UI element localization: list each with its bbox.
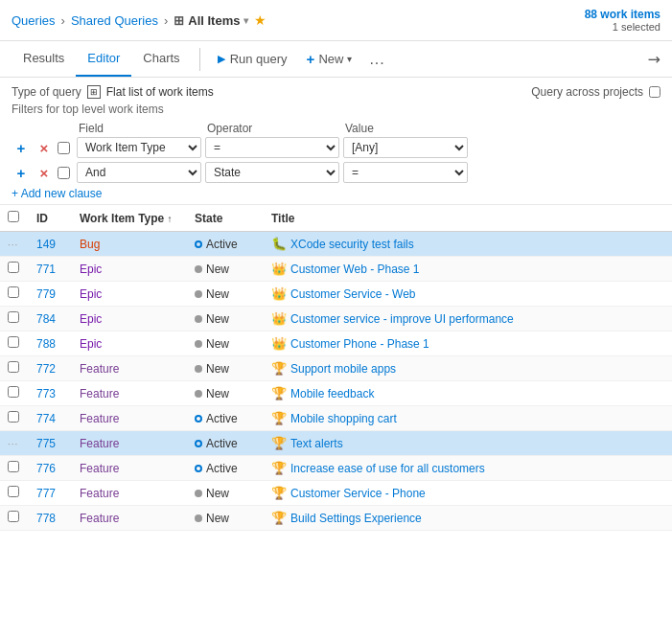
add-clause[interactable]: + Add new clause [12, 187, 660, 200]
state-dot [195, 465, 202, 472]
row-title[interactable]: 🐛XCode security test fails [264, 232, 672, 257]
row-title[interactable]: 🏆Mobile shopping cart [264, 406, 672, 431]
row-ellipsis[interactable]: ··· [8, 240, 18, 250]
row-ellipsis[interactable]: ··· [8, 439, 18, 449]
state-dot [195, 490, 202, 497]
state-dot [195, 265, 202, 273]
query-type-value[interactable]: Flat list of work items [106, 85, 214, 99]
state-dot [195, 390, 202, 398]
row-id[interactable]: 776 [29, 456, 72, 481]
breadcrumb-current-label[interactable]: All Items [188, 13, 240, 28]
filter-value-1[interactable]: [Any] [343, 137, 468, 158]
new-dropdown-icon: ▾ [347, 54, 352, 64]
row-checkbox[interactable] [8, 286, 19, 298]
tab-results[interactable]: Results [12, 41, 76, 77]
row-checkbox[interactable] [8, 486, 19, 497]
query-type-grid-icon: ⊞ [87, 85, 101, 99]
select-all-checkbox[interactable] [8, 211, 19, 222]
breadcrumb: Queries › Shared Queries › ⊞ All Items ▾… [0, 0, 672, 41]
filter-field-1[interactable]: Work Item Type [77, 137, 201, 158]
breadcrumb-dropdown-icon[interactable]: ▾ [243, 15, 248, 26]
row-checkbox[interactable] [8, 336, 19, 348]
row-checkbox-cell [0, 257, 29, 282]
filter-checkbox-1[interactable] [58, 142, 70, 154]
row-id[interactable]: 772 [29, 356, 72, 381]
row-type: Epic [72, 307, 187, 331]
row-id[interactable]: 774 [29, 406, 72, 431]
col-header-id[interactable]: ID [29, 205, 72, 232]
row-checkbox[interactable] [8, 511, 19, 522]
filter-remove-btn-1[interactable]: × [35, 140, 54, 156]
title-icon: 🐛 [271, 237, 287, 251]
table-row: 778FeatureNew🏆Build Settings Experience [0, 506, 672, 531]
row-checkbox[interactable] [8, 461, 19, 472]
row-title[interactable]: 🏆Build Settings Experience [264, 506, 672, 531]
state-text: New [206, 312, 229, 326]
run-query-play-icon: ▶ [218, 53, 225, 65]
state-text: New [206, 263, 229, 276]
breadcrumb-current: ⊞ All Items ▾ [174, 13, 248, 28]
title-text: Customer Service - Phone [290, 487, 426, 500]
filter-add-btn-2[interactable]: + [12, 165, 31, 181]
filter-operator-2[interactable]: = [343, 162, 468, 183]
row-checkbox[interactable] [8, 311, 19, 323]
row-title[interactable]: 👑Customer service - improve UI performan… [264, 307, 672, 331]
tab-charts[interactable]: Charts [131, 41, 191, 77]
table-row: 788EpicNew👑Customer Phone - Phase 1 [0, 331, 672, 356]
row-id[interactable]: 777 [29, 481, 72, 506]
tab-editor[interactable]: Editor [76, 41, 131, 77]
row-title[interactable]: 🏆Mobile feedback [264, 381, 672, 406]
col-header-work-item-type[interactable]: Work Item Type ↑ [72, 205, 187, 232]
row-type: Feature [72, 356, 187, 381]
row-title[interactable]: 🏆Increase ease of use for all customers [264, 456, 672, 481]
row-id[interactable]: 778 [29, 506, 72, 531]
row-checkbox-cell [0, 481, 29, 506]
col-header-state[interactable]: State [187, 205, 264, 232]
breadcrumb-star-icon[interactable]: ★ [254, 12, 266, 28]
row-checkbox-cell [0, 356, 29, 381]
row-checkbox[interactable] [8, 411, 19, 423]
state-text: Active [206, 238, 238, 251]
row-title[interactable]: 👑Customer Web - Phase 1 [264, 257, 672, 282]
breadcrumb-table-icon: ⊞ [174, 13, 184, 28]
row-id[interactable]: 788 [29, 331, 72, 356]
row-id[interactable]: 771 [29, 257, 72, 282]
filter-remove-btn-2[interactable]: × [35, 165, 54, 181]
row-state: New [187, 282, 264, 307]
new-button[interactable]: + New ▾ [297, 45, 362, 73]
row-checkbox[interactable] [8, 361, 19, 373]
row-id[interactable]: 779 [29, 282, 72, 307]
expand-icon[interactable]: ↗ [643, 48, 665, 70]
run-query-button[interactable]: ▶ Run query [208, 46, 297, 72]
state-text: New [206, 487, 229, 500]
breadcrumb-queries[interactable]: Queries [12, 13, 56, 28]
row-title[interactable]: 👑Customer Phone - Phase 1 [264, 331, 672, 356]
row-checkbox[interactable] [8, 262, 19, 273]
row-checkbox[interactable] [8, 386, 19, 398]
title-text: Mobile shopping cart [290, 412, 397, 425]
filter-checkbox-2[interactable] [58, 167, 70, 179]
state-text: New [206, 362, 229, 376]
row-title[interactable]: 🏆Customer Service - Phone [264, 481, 672, 506]
filter-field-2[interactable]: State [205, 162, 339, 183]
row-checkbox-cell [0, 406, 29, 431]
row-title[interactable]: 👑Customer Service - Web [264, 282, 672, 307]
row-id[interactable]: 784 [29, 307, 72, 331]
row-id[interactable]: 775 [29, 431, 72, 456]
run-query-label: Run query [230, 52, 288, 66]
col-header-title[interactable]: Title [264, 205, 672, 232]
title-icon: 🏆 [271, 511, 287, 525]
filter-andor-2[interactable]: And [77, 162, 201, 183]
table-row: 771EpicNew👑Customer Web - Phase 1 [0, 257, 672, 282]
row-id[interactable]: 773 [29, 381, 72, 406]
more-button[interactable]: ... [361, 45, 392, 74]
row-id[interactable]: 149 [29, 232, 72, 257]
filter-operator-1[interactable]: = [205, 137, 339, 158]
row-title[interactable]: 🏆Support mobile apps [264, 356, 672, 381]
breadcrumb-shared-queries[interactable]: Shared Queries [71, 13, 158, 28]
filter-add-btn-1[interactable]: + [12, 140, 31, 156]
title-icon: 🏆 [271, 436, 287, 450]
query-options: Type of query ⊞ Flat list of work items … [0, 78, 672, 205]
row-title[interactable]: 🏆Text alerts [264, 431, 672, 456]
query-across-checkbox[interactable] [649, 86, 660, 98]
